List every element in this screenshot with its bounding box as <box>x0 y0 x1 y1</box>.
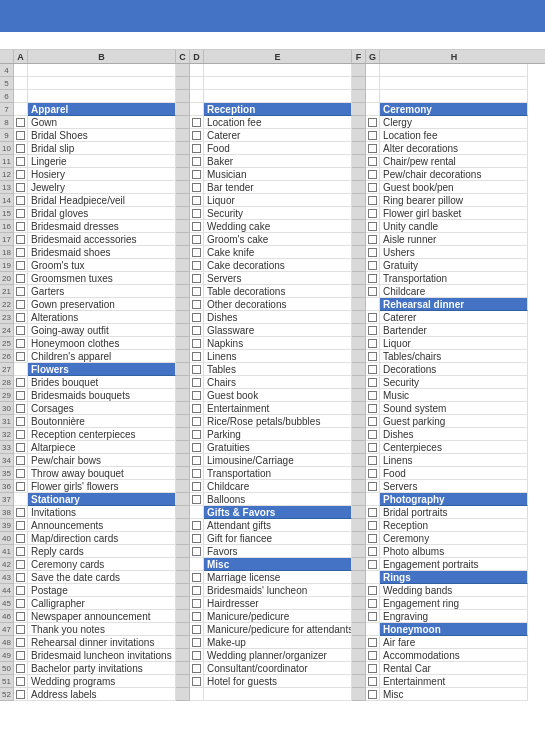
checkbox[interactable] <box>368 482 377 491</box>
checkbox[interactable] <box>16 170 25 179</box>
checkbox[interactable] <box>192 170 201 179</box>
checkbox[interactable] <box>16 235 25 244</box>
checkbox[interactable] <box>368 131 377 140</box>
checkbox[interactable] <box>368 404 377 413</box>
checkbox[interactable] <box>192 677 201 686</box>
checkbox[interactable] <box>368 118 377 127</box>
checkbox[interactable] <box>368 456 377 465</box>
checkbox[interactable] <box>192 196 201 205</box>
checkbox[interactable] <box>16 248 25 257</box>
checkbox[interactable] <box>16 690 25 699</box>
checkbox[interactable] <box>192 261 201 270</box>
checkbox[interactable] <box>368 365 377 374</box>
checkbox[interactable] <box>192 313 201 322</box>
checkbox[interactable] <box>368 430 377 439</box>
checkbox[interactable] <box>192 378 201 387</box>
checkbox[interactable] <box>16 573 25 582</box>
checkbox[interactable] <box>192 482 201 491</box>
checkbox[interactable] <box>192 183 201 192</box>
checkbox[interactable] <box>368 378 377 387</box>
checkbox[interactable] <box>368 287 377 296</box>
checkbox[interactable] <box>368 443 377 452</box>
checkbox[interactable] <box>16 638 25 647</box>
checkbox[interactable] <box>368 547 377 556</box>
checkbox[interactable] <box>192 638 201 647</box>
checkbox[interactable] <box>192 248 201 257</box>
checkbox[interactable] <box>192 365 201 374</box>
checkbox[interactable] <box>192 222 201 231</box>
checkbox[interactable] <box>368 391 377 400</box>
checkbox[interactable] <box>192 352 201 361</box>
checkbox[interactable] <box>368 196 377 205</box>
checkbox[interactable] <box>16 300 25 309</box>
checkbox[interactable] <box>16 352 25 361</box>
checkbox[interactable] <box>16 586 25 595</box>
checkbox[interactable] <box>16 443 25 452</box>
checkbox[interactable] <box>16 677 25 686</box>
checkbox[interactable] <box>192 391 201 400</box>
checkbox[interactable] <box>16 534 25 543</box>
checkbox[interactable] <box>368 677 377 686</box>
checkbox[interactable] <box>192 469 201 478</box>
checkbox[interactable] <box>368 261 377 270</box>
checkbox[interactable] <box>192 612 201 621</box>
checkbox[interactable] <box>368 690 377 699</box>
checkbox[interactable] <box>368 664 377 673</box>
checkbox[interactable] <box>16 599 25 608</box>
checkbox[interactable] <box>368 183 377 192</box>
checkbox[interactable] <box>192 144 201 153</box>
checkbox[interactable] <box>368 209 377 218</box>
checkbox[interactable] <box>368 222 377 231</box>
checkbox[interactable] <box>16 261 25 270</box>
checkbox[interactable] <box>192 339 201 348</box>
checkbox[interactable] <box>16 287 25 296</box>
checkbox[interactable] <box>192 404 201 413</box>
checkbox[interactable] <box>368 313 377 322</box>
checkbox[interactable] <box>368 352 377 361</box>
checkbox[interactable] <box>16 339 25 348</box>
checkbox[interactable] <box>192 443 201 452</box>
checkbox[interactable] <box>192 586 201 595</box>
checkbox[interactable] <box>16 157 25 166</box>
checkbox[interactable] <box>192 209 201 218</box>
checkbox[interactable] <box>192 599 201 608</box>
checkbox[interactable] <box>16 274 25 283</box>
checkbox[interactable] <box>192 326 201 335</box>
checkbox[interactable] <box>16 378 25 387</box>
checkbox[interactable] <box>16 326 25 335</box>
checkbox[interactable] <box>368 586 377 595</box>
checkbox[interactable] <box>16 313 25 322</box>
checkbox[interactable] <box>192 534 201 543</box>
checkbox[interactable] <box>16 482 25 491</box>
checkbox[interactable] <box>368 417 377 426</box>
checkbox[interactable] <box>192 547 201 556</box>
checkbox[interactable] <box>16 612 25 621</box>
checkbox[interactable] <box>368 508 377 517</box>
checkbox[interactable] <box>192 287 201 296</box>
checkbox[interactable] <box>16 508 25 517</box>
checkbox[interactable] <box>368 599 377 608</box>
checkbox[interactable] <box>192 118 201 127</box>
checkbox[interactable] <box>16 651 25 660</box>
checkbox[interactable] <box>192 417 201 426</box>
checkbox[interactable] <box>16 521 25 530</box>
checkbox[interactable] <box>192 300 201 309</box>
checkbox[interactable] <box>192 573 201 582</box>
checkbox[interactable] <box>16 430 25 439</box>
checkbox[interactable] <box>368 638 377 647</box>
checkbox[interactable] <box>16 456 25 465</box>
checkbox[interactable] <box>368 235 377 244</box>
checkbox[interactable] <box>16 469 25 478</box>
checkbox[interactable] <box>368 157 377 166</box>
checkbox[interactable] <box>16 209 25 218</box>
checkbox[interactable] <box>368 339 377 348</box>
checkbox[interactable] <box>368 651 377 660</box>
checkbox[interactable] <box>192 625 201 634</box>
checkbox[interactable] <box>368 248 377 257</box>
checkbox[interactable] <box>16 664 25 673</box>
checkbox[interactable] <box>368 534 377 543</box>
checkbox[interactable] <box>16 625 25 634</box>
checkbox[interactable] <box>192 495 201 504</box>
checkbox[interactable] <box>192 430 201 439</box>
checkbox[interactable] <box>16 547 25 556</box>
